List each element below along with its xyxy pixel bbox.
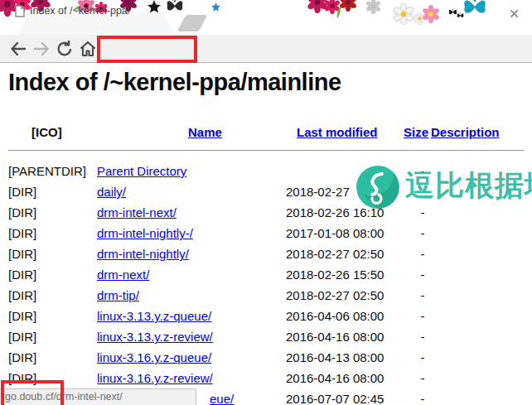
- directory-link[interactable]: linux-3.16.y.z-queue/: [97, 350, 211, 364]
- last-modified-value: 2018-02-26 15:50: [286, 268, 384, 282]
- last-modified-value: 2016-04-06 08:00: [286, 309, 384, 323]
- table-row: [DIR] linux-3.13.y.z-review/ 2016-04-16 …: [0, 327, 532, 348]
- last-modified-value: 2018-02-27 02:50: [286, 288, 384, 302]
- directory-link[interactable]: Parent Directory: [97, 164, 186, 178]
- column-header-name[interactable]: Name: [188, 125, 222, 139]
- last-modified-value: 2018-02-27 02:50: [286, 247, 384, 261]
- last-modified-value: 2016-04-16 08:00: [286, 371, 384, 385]
- last-modified-value: 2018-02-27: [286, 185, 350, 199]
- size-value: -: [398, 247, 447, 261]
- directory-index-page: Index of /~kernel-ppa/mainline [ICO] Nam…: [0, 64, 532, 405]
- size-value: -: [398, 330, 447, 344]
- annotation-box-status: [1, 380, 64, 405]
- file-type-label: [DIR]: [8, 288, 36, 302]
- last-modified-value: 2016-04-16 08:00: [286, 330, 384, 344]
- directory-link[interactable]: linux-3.13.y.z-queue/: [97, 309, 211, 323]
- file-type-label: [DIR]: [8, 309, 36, 323]
- back-icon[interactable]: [8, 39, 28, 59]
- directory-link[interactable]: drm-intel-nightly-/: [97, 226, 193, 240]
- size-value: -: [398, 371, 447, 385]
- directory-link[interactable]: eue/: [210, 392, 234, 405]
- file-type-label: [DIR]: [8, 247, 36, 261]
- table-row: [DIR] drm-tip/ 2018-02-27 02:50 -: [0, 286, 532, 306]
- table-row: [DIR] linux-3.13.y.z-queue/ 2016-04-06 0…: [0, 306, 532, 327]
- table-row: [DIR] linux-3.16.y.z-review/ 2016-04-16 …: [0, 369, 532, 389]
- column-header-description[interactable]: Description: [431, 125, 500, 139]
- home-icon[interactable]: [78, 39, 98, 59]
- watermark-text: 逗比根据地: [405, 166, 532, 205]
- file-type-label: [DIR]: [8, 226, 36, 240]
- annotation-box-url: [97, 36, 197, 63]
- column-header-size[interactable]: Size: [404, 125, 428, 139]
- watermark-swirl-icon: [352, 162, 404, 213]
- size-value: -: [398, 268, 447, 282]
- tab-close-icon[interactable]: [510, 7, 519, 16]
- file-type-label: [DIR]: [8, 268, 36, 282]
- file-type-label: [DIR]: [8, 330, 36, 344]
- file-type-label: [PARENTDIR]: [8, 164, 86, 178]
- tab-title: Index of /~kernel-ppa/: [30, 5, 136, 18]
- file-type-label: [DIR]: [8, 350, 36, 364]
- directory-link[interactable]: linux-3.13.y.z-review/: [97, 330, 213, 344]
- new-tab-button[interactable]: [177, 15, 208, 31]
- watermark-logo: 逗比根据地: [352, 162, 532, 213]
- column-header-ico: [ICO]: [31, 125, 62, 139]
- reload-icon[interactable]: [55, 39, 75, 59]
- last-modified-value: 2016-04-13 08:00: [286, 350, 384, 364]
- directory-link[interactable]: daily/: [97, 185, 126, 199]
- forward-icon[interactable]: [31, 39, 51, 59]
- table-row: [DIR] drm-next/ 2018-02-26 15:50 -: [0, 265, 532, 286]
- last-modified-value: 2016-07-07 02:45: [286, 392, 384, 405]
- size-value: -: [398, 350, 447, 364]
- last-modified-value: 2017-01-08 08:00: [286, 226, 384, 240]
- directory-link[interactable]: drm-intel-nightly/: [97, 247, 189, 261]
- tab-strip: Index of /~kernel-ppa/: [0, 0, 532, 35]
- table-row: [DIR] linux-3.16.y.z-queue/ 2016-04-13 0…: [0, 348, 532, 369]
- horizontal-rule: [8, 150, 524, 151]
- file-type-label: [DIR]: [8, 205, 36, 219]
- browser-toolbar: go.doub.cf: [0, 35, 532, 63]
- directory-link[interactable]: linux-3.16.y.z-review/: [97, 371, 213, 385]
- file-type-label: [DIR]: [8, 185, 36, 199]
- size-value: -: [398, 309, 447, 323]
- table-row: [DIR] drm-intel-nightly-/ 2017-01-08 08:…: [0, 224, 532, 244]
- size-value: -: [398, 392, 447, 405]
- size-value: -: [398, 288, 447, 302]
- page-icon: [15, 5, 25, 21]
- directory-link[interactable]: drm-intel-next/: [97, 205, 177, 219]
- column-header-last-modified[interactable]: Last modified: [297, 125, 378, 139]
- browser-window: Index of /~kernel-ppa/ go.doub.cf: [0, 0, 532, 405]
- table-row: [DIR] drm-intel-nightly/ 2018-02-27 02:5…: [0, 244, 532, 265]
- directory-link[interactable]: drm-next/: [97, 268, 149, 282]
- page-title: Index of /~kernel-ppa/mainline: [8, 69, 341, 96]
- directory-link[interactable]: drm-tip/: [97, 288, 139, 302]
- size-value: -: [398, 226, 447, 240]
